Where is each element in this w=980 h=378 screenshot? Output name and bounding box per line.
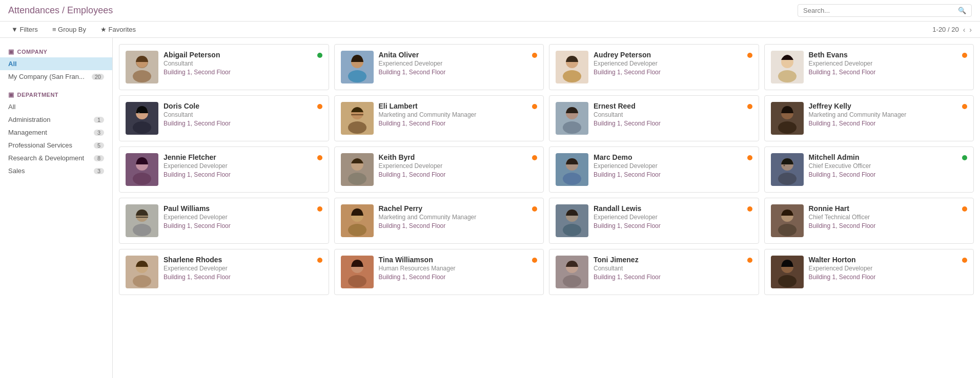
sidebar-company-item-1[interactable]: My Company (San Fran...20 [0, 70, 112, 83]
employee-card[interactable]: Ernest Reed Consultant Building 1, Secon… [549, 95, 759, 141]
svg-point-38 [778, 173, 797, 185]
employee-name: Doris Cole [164, 102, 312, 110]
status-dot [962, 53, 967, 58]
sidebar-item-label: All [8, 60, 17, 68]
employee-info: Rachel Perry Marketing and Community Man… [379, 204, 527, 229]
employee-info: Eli Lambert Marketing and Community Mana… [379, 102, 527, 127]
sidebar-company-item-0[interactable]: All [0, 57, 112, 70]
avatar [341, 102, 374, 135]
sidebar-dept-item-3[interactable]: Professional Services5 [0, 139, 112, 152]
sidebar-dept-item-1[interactable]: Administration1 [0, 113, 112, 126]
sidebar-dept-item-5[interactable]: Sales3 [0, 164, 112, 177]
content-area: Abigail Peterson Consultant Building 1, … [113, 38, 980, 378]
employee-role: Consultant [594, 111, 742, 118]
employee-card[interactable]: Mitchell Admin Chief Executive Officer B… [764, 146, 974, 193]
svg-point-19 [348, 121, 366, 134]
breadcrumb-child: Employees [67, 5, 113, 15]
company-section-title: COMPANY [0, 44, 112, 57]
sidebar-item-label: All [8, 103, 15, 111]
avatar [556, 102, 588, 135]
status-dot [532, 206, 537, 212]
employee-role: Experienced Developer [164, 214, 312, 221]
avatar [556, 204, 588, 237]
employee-card[interactable]: Paul Williams Experienced Developer Buil… [119, 198, 329, 244]
avatar [771, 51, 804, 83]
employee-card[interactable]: Doris Cole Consultant Building 1, Second… [119, 95, 329, 141]
employee-card[interactable]: Rachel Perry Marketing and Community Man… [334, 198, 544, 244]
employee-card[interactable]: Sharlene Rhodes Experienced Developer Bu… [119, 249, 329, 295]
status-dot [532, 258, 537, 263]
employee-role: Experienced Developer [809, 265, 957, 272]
employee-name: Mitchell Admin [809, 153, 957, 161]
employee-card[interactable]: Jeffrey Kelly Marketing and Community Ma… [764, 95, 974, 141]
breadcrumb-parent[interactable]: Attendances [8, 5, 59, 15]
employee-card[interactable]: Eli Lambert Marketing and Community Mana… [334, 95, 544, 141]
employee-card[interactable]: Ronnie Hart Chief Technical Officer Buil… [764, 198, 974, 244]
sidebar-item-count: 8 [94, 155, 104, 161]
prev-page-button[interactable]: ‹ [963, 26, 966, 34]
status-dot [317, 258, 322, 263]
employee-role: Chief Executive Officer [809, 162, 957, 170]
employee-card[interactable]: Marc Demo Experienced Developer Building… [549, 146, 759, 193]
employee-location: Building 1, Second Floor [594, 171, 742, 178]
svg-point-58 [348, 275, 366, 287]
sidebar-dept-item-4[interactable]: Research & Development8 [0, 152, 112, 164]
department-section-title: DEPARTMENT [0, 87, 112, 100]
groupby-button[interactable]: ≡ Group By [49, 25, 89, 34]
employee-name: Ernest Reed [594, 102, 742, 110]
svg-point-39 [783, 165, 785, 166]
favorites-button[interactable]: ★ Favorites [97, 25, 139, 34]
svg-point-46 [348, 224, 366, 236]
status-dot [532, 155, 537, 160]
employee-card[interactable]: Jennie Fletcher Experienced Developer Bu… [119, 146, 329, 193]
search-icon: 🔍 [958, 7, 966, 14]
status-dot [532, 104, 537, 109]
sidebar-item-label: Professional Services [8, 141, 72, 149]
employee-location: Building 1, Second Floor [594, 69, 742, 76]
employee-role: Experienced Developer [594, 60, 742, 67]
status-dot [962, 258, 967, 263]
avatar [126, 204, 158, 237]
employee-card[interactable]: Walter Horton Experienced Developer Buil… [764, 249, 974, 295]
employee-card[interactable]: Randall Lewis Experienced Developer Buil… [549, 198, 759, 244]
employee-info: Keith Byrd Experienced Developer Buildin… [379, 153, 527, 178]
employee-location: Building 1, Second Floor [164, 171, 312, 178]
employee-card[interactable]: Beth Evans Experienced Developer Buildin… [764, 44, 974, 90]
employee-name: Beth Evans [809, 51, 957, 59]
employee-location: Building 1, Second Floor [809, 69, 957, 76]
svg-point-52 [778, 224, 797, 236]
breadcrumb: Attendances / Employees [8, 5, 113, 16]
sidebar-dept-item-0[interactable]: All [0, 100, 112, 113]
avatar [126, 102, 158, 135]
svg-rect-20 [351, 114, 363, 115]
employee-card[interactable]: Anita Oliver Experienced Developer Build… [334, 44, 544, 90]
toolbar: ▼ Filters ≡ Group By ★ Favorites 1-20 / … [0, 22, 980, 38]
employee-role: Experienced Developer [809, 60, 957, 67]
sidebar-dept-item-2[interactable]: Management3 [0, 126, 112, 139]
employee-card[interactable]: Keith Byrd Experienced Developer Buildin… [334, 146, 544, 193]
next-page-button[interactable]: › [969, 26, 972, 34]
employee-location: Building 1, Second Floor [809, 171, 957, 178]
sidebar: COMPANY AllMy Company (San Fran...20 DEP… [0, 38, 113, 378]
employee-location: Building 1, Second Floor [164, 222, 312, 229]
employee-card[interactable]: Toni Jimenez Consultant Building 1, Seco… [549, 249, 759, 295]
employee-name: Paul Williams [164, 204, 312, 213]
svg-point-23 [563, 121, 581, 134]
employee-role: Experienced Developer [164, 162, 312, 170]
svg-rect-43 [136, 217, 148, 218]
employee-card[interactable]: Audrey Peterson Experienced Developer Bu… [549, 44, 759, 90]
employee-role: Chief Technical Officer [809, 214, 957, 221]
employee-location: Building 1, Second Floor [164, 69, 312, 76]
svg-point-32 [348, 173, 366, 185]
sidebar-item-label: Research & Development [8, 154, 84, 162]
filters-button[interactable]: ▼ Filters [8, 25, 41, 34]
employee-card[interactable]: Tina Williamson Human Resources Manager … [334, 249, 544, 295]
svg-point-9 [563, 70, 581, 82]
avatar [556, 51, 588, 83]
employee-info: Beth Evans Experienced Developer Buildin… [809, 51, 957, 76]
employee-info: Sharlene Rhodes Experienced Developer Bu… [164, 256, 312, 281]
search-input[interactable] [803, 7, 956, 14]
employee-card[interactable]: Abigail Peterson Consultant Building 1, … [119, 44, 329, 90]
employee-role: Human Resources Manager [379, 265, 527, 272]
svg-point-15 [133, 121, 151, 134]
